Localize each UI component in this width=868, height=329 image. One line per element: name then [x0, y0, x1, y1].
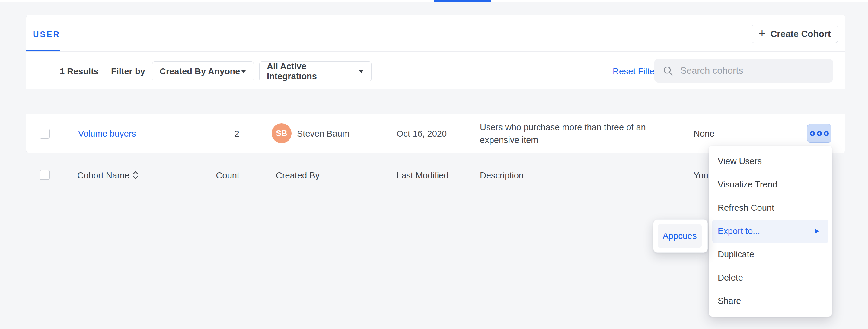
your-access-value: None	[693, 129, 714, 138]
menu-item-export-to[interactable]: Export to...	[712, 220, 829, 243]
cohorts-card: USER + Create Cohort 1 Results Filter by…	[26, 15, 845, 153]
plus-icon: +	[758, 27, 765, 39]
tab-user[interactable]: USER	[33, 30, 60, 39]
search-input[interactable]	[680, 65, 830, 77]
search-icon	[662, 65, 674, 77]
menu-item-export-label: Export to...	[718, 226, 760, 236]
menu-item-duplicate[interactable]: Duplicate	[712, 243, 829, 266]
menu-item-view-users[interactable]: View Users	[712, 150, 829, 173]
submenu-arrow-right-icon	[815, 228, 819, 234]
created-by-dropdown[interactable]: Created By Anyone	[152, 61, 254, 81]
results-count: 1 Results	[60, 67, 99, 76]
submenu-item-appcues[interactable]: Appcues	[658, 224, 702, 248]
menu-item-refresh-count[interactable]: Refresh Count	[712, 196, 829, 220]
filter-by-label: Filter by	[111, 67, 145, 76]
integrations-dropdown-value: All Active Integrations	[267, 61, 359, 81]
table-header-row: Cohort Name Count Created By Last Modifi…	[26, 89, 845, 114]
header-description[interactable]: Description	[480, 171, 524, 180]
last-modified-date: Oct 16, 2020	[397, 129, 447, 138]
created-by-dropdown-value: Created By Anyone	[160, 66, 240, 77]
header-last-modified[interactable]: Last Modified	[397, 171, 449, 180]
more-dots-icon	[817, 131, 822, 136]
header-cohort-name[interactable]: Cohort Name	[77, 171, 129, 180]
sort-icon[interactable]	[132, 170, 139, 180]
cohort-description: Users who purchase more than three of an…	[480, 121, 658, 146]
row-actions-context-menu: View Users Visualize Trend Refresh Count…	[709, 146, 832, 317]
search-box[interactable]	[654, 59, 833, 83]
integrations-dropdown[interactable]: All Active Integrations	[259, 61, 372, 81]
cohort-name-link[interactable]: Volume buyers	[78, 129, 136, 138]
top-nav-active-tab-indicator	[434, 0, 491, 1]
tabs-divider	[26, 51, 845, 52]
row-more-actions-button[interactable]	[807, 124, 832, 143]
export-submenu: Appcues	[653, 219, 708, 253]
more-dots-icon	[824, 131, 829, 136]
chevron-down-icon	[359, 70, 364, 73]
select-all-checkbox[interactable]	[39, 170, 50, 180]
row-checkbox[interactable]	[39, 129, 50, 139]
cohort-count: 2	[195, 129, 239, 138]
reset-filter-link[interactable]: Reset Filter	[613, 67, 657, 76]
cohorts-page: USER + Create Cohort 1 Results Filter by…	[0, 0, 868, 329]
more-dots-icon	[810, 131, 815, 136]
create-cohort-label: Create Cohort	[771, 29, 831, 39]
avatar: SB	[272, 124, 291, 143]
menu-item-visualize-trend[interactable]: Visualize Trend	[712, 173, 829, 196]
header-created-by[interactable]: Created By	[276, 171, 320, 180]
menu-item-delete[interactable]: Delete	[712, 266, 829, 290]
creator-name: Steven Baum	[297, 129, 349, 138]
create-cohort-button[interactable]: + Create Cohort	[751, 25, 838, 43]
header-count[interactable]: Count	[195, 171, 239, 180]
filter-divider	[102, 66, 102, 77]
chevron-down-icon	[241, 70, 246, 73]
menu-item-share[interactable]: Share	[712, 290, 829, 313]
top-nav-strip	[0, 0, 868, 2]
